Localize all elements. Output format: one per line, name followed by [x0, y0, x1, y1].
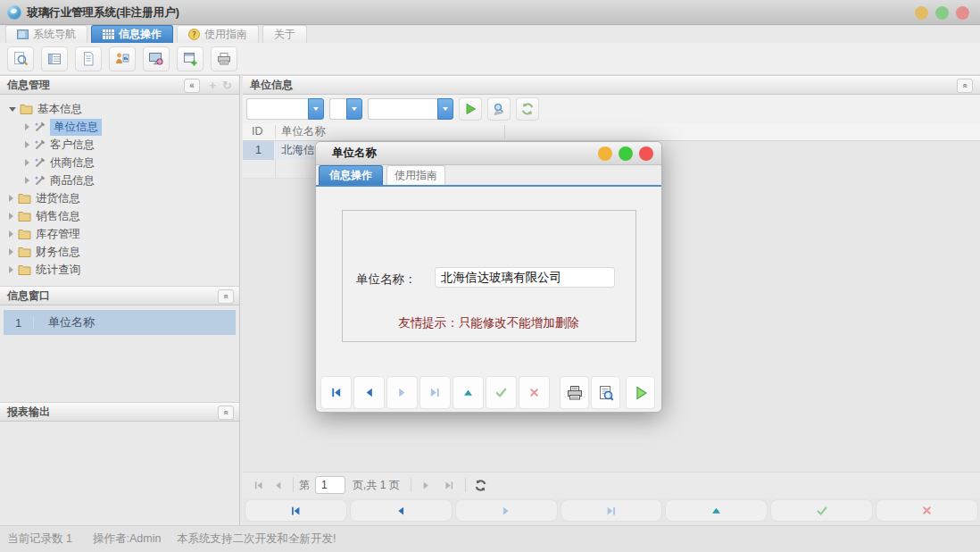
printer-button[interactable]	[211, 46, 237, 71]
column-header-name[interactable]: 单位名称	[281, 123, 326, 140]
caret-down-icon[interactable]	[9, 107, 16, 112]
record-last-button[interactable]	[561, 499, 663, 522]
dialog-buttonbar	[320, 376, 657, 409]
dialog-print-button[interactable]	[560, 376, 589, 409]
dialog-titlebar[interactable]: 单位名称	[316, 142, 661, 165]
tree-item-inventory[interactable]: 库存管理	[0, 225, 239, 243]
caret-right-icon[interactable]	[9, 195, 13, 202]
collapse-up-button[interactable]: «	[218, 406, 234, 420]
tree-item-product-info[interactable]: 商品信息	[0, 171, 239, 189]
data-table-icon	[46, 51, 62, 67]
tree-item-basic-info[interactable]: 基本信息	[0, 100, 239, 118]
dialog-next-button[interactable]	[386, 376, 418, 409]
column-divider[interactable]	[504, 125, 505, 138]
unit-name-input[interactable]	[435, 267, 615, 288]
column-header-id[interactable]: ID	[252, 123, 263, 140]
tree-item-stats-query[interactable]: 统计查询	[0, 261, 239, 279]
filter-toolbar	[243, 95, 980, 123]
tree-item-unit-info[interactable]: 单位信息	[0, 118, 239, 136]
page-next-button[interactable]	[417, 475, 436, 495]
dialog-maximize-light-icon[interactable]	[619, 146, 633, 161]
tree-label: 商品信息	[50, 173, 95, 188]
tree-item-sales-info[interactable]: 销售信息	[0, 207, 239, 225]
dialog-prev-button[interactable]	[353, 376, 385, 409]
page-number-input[interactable]	[315, 476, 345, 494]
status-bar: 当前记录数 1 操作者:Admin 本系统支持二次开发和全新开发!	[0, 525, 980, 552]
collapse-up-button[interactable]: «	[957, 79, 973, 93]
run-query-button[interactable]	[459, 97, 482, 121]
caret-right-icon[interactable]	[9, 248, 13, 255]
caret-right-icon[interactable]	[25, 123, 29, 130]
caret-right-icon[interactable]	[9, 230, 13, 238]
tab-system-nav[interactable]: 系统导航	[5, 25, 87, 43]
window-add-icon	[182, 51, 198, 67]
info-tree: 基本信息 单位信息 客户信息 供商信息	[0, 95, 239, 279]
tab-guide[interactable]: ? 使用指南	[177, 25, 259, 43]
tab-label: 关于	[274, 27, 295, 42]
maximize-light-icon[interactable]	[935, 6, 949, 20]
pagination-bar: 第 页,共 1 页	[243, 472, 980, 498]
dialog-cancel-button[interactable]	[519, 376, 550, 409]
dialog-up-button[interactable]	[453, 376, 484, 409]
info-window-row[interactable]: 1 单位名称	[4, 310, 236, 335]
caret-right-icon[interactable]	[25, 159, 29, 166]
data-table-button[interactable]	[41, 46, 68, 71]
sidebar: 信息管理 « + ↻ 基本信息 单位信息 客户信	[0, 75, 240, 525]
caret-right-icon[interactable]	[9, 266, 13, 273]
dialog-last-button[interactable]	[419, 376, 451, 409]
record-cancel-button[interactable]	[876, 499, 978, 522]
search-edit-icon	[492, 102, 507, 117]
monitor-globe-button[interactable]	[143, 46, 170, 71]
chevron-down-icon[interactable]	[346, 98, 362, 120]
collapse-left-button[interactable]: «	[184, 79, 200, 93]
filter-value-combo[interactable]	[368, 98, 453, 120]
column-divider[interactable]	[275, 125, 276, 138]
folder-icon	[18, 211, 31, 222]
filter-operator-combo[interactable]	[329, 98, 362, 120]
chevron-down-icon[interactable]	[308, 98, 324, 120]
dialog-tab-guide[interactable]: 使用指南	[386, 165, 445, 185]
page-prev-button[interactable]	[268, 475, 287, 495]
document-button[interactable]	[75, 46, 102, 71]
tree-label: 统计查询	[36, 263, 80, 278]
dialog-run-button[interactable]	[626, 376, 655, 409]
tree-item-purchase-info[interactable]: 进货信息	[0, 189, 239, 207]
chevron-down-icon[interactable]	[437, 98, 453, 120]
record-next-button[interactable]	[455, 499, 558, 522]
advanced-search-button[interactable]	[487, 97, 511, 121]
tree-item-supplier-info[interactable]: 供商信息	[0, 154, 239, 171]
collapse-up-button[interactable]: «	[218, 289, 234, 304]
tree-label: 财务信息	[36, 245, 80, 260]
filter-field-combo[interactable]	[246, 98, 324, 120]
minimize-light-icon[interactable]	[915, 6, 928, 20]
record-count-label: 当前记录数 1	[7, 526, 72, 552]
tools-icon	[34, 175, 46, 187]
record-first-button[interactable]	[245, 499, 347, 522]
caret-right-icon[interactable]	[25, 141, 29, 148]
page-refresh-button[interactable]	[471, 475, 491, 495]
record-confirm-button[interactable]	[770, 499, 873, 522]
window-add-button[interactable]	[177, 46, 203, 71]
dialog-minimize-light-icon[interactable]	[598, 146, 612, 161]
record-up-button[interactable]	[665, 499, 768, 522]
record-prev-button[interactable]	[350, 499, 453, 522]
tab-about[interactable]: 关于	[262, 25, 307, 43]
document-icon	[80, 51, 96, 67]
dialog-preview-button[interactable]	[591, 376, 620, 409]
tree-item-customer-info[interactable]: 客户信息	[0, 136, 239, 154]
user-report-button[interactable]	[109, 46, 136, 71]
dialog-first-button[interactable]	[320, 376, 352, 409]
search-document-button[interactable]	[7, 46, 34, 71]
tree-label: 进货信息	[36, 191, 80, 206]
dialog-confirm-button[interactable]	[486, 376, 517, 409]
caret-right-icon[interactable]	[25, 177, 29, 184]
tab-info-operate[interactable]: 信息操作	[91, 25, 173, 43]
page-first-button[interactable]	[248, 475, 268, 495]
dialog-close-light-icon[interactable]	[639, 146, 653, 161]
close-light-icon[interactable]	[956, 6, 969, 20]
tree-item-finance-info[interactable]: 财务信息	[0, 243, 239, 261]
page-last-button[interactable]	[440, 475, 460, 495]
refresh-button[interactable]	[516, 97, 539, 121]
caret-right-icon[interactable]	[9, 213, 13, 220]
dialog-tab-info-operate[interactable]: 信息操作	[319, 165, 383, 185]
